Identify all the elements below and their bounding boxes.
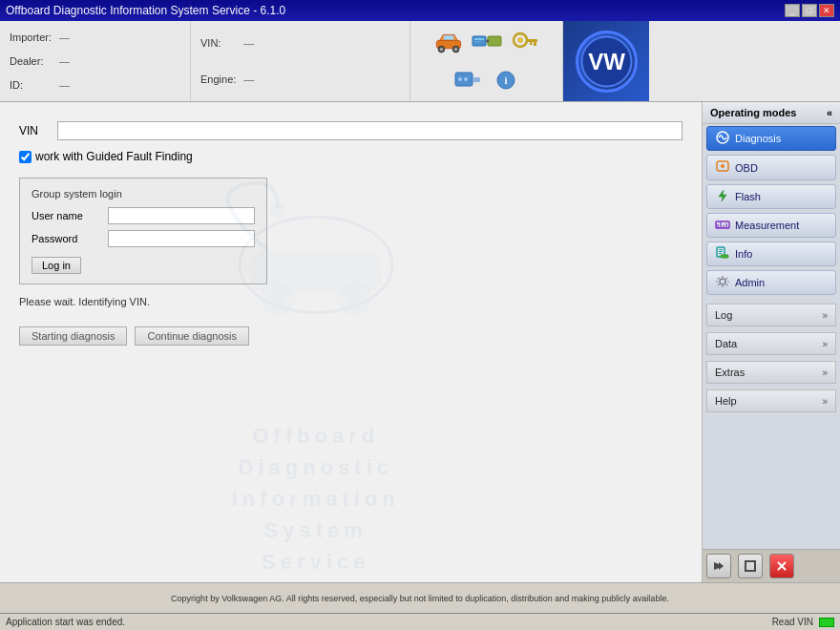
extras-section-label: Extras	[715, 367, 745, 378]
sidebar: Operating modes « Diagnosis	[702, 102, 840, 582]
vw-logo: VW	[576, 31, 638, 93]
username-label: User name	[32, 210, 108, 221]
sidebar-section-data[interactable]: Data »	[706, 332, 836, 355]
log-section-label: Log	[715, 309, 732, 321]
svg-rect-46	[746, 561, 755, 571]
vin-field-label: VIN	[19, 124, 57, 137]
svg-marker-45	[719, 562, 724, 570]
svg-rect-8	[488, 36, 501, 46]
svg-rect-39	[719, 249, 723, 250]
info-icon	[715, 246, 730, 262]
engine-value: —	[243, 74, 400, 85]
sidebar-item-info-label: Info	[735, 248, 752, 260]
copyright-text: Copyright by Volkswagen AG. All rights r…	[6, 594, 834, 603]
vin-header-label: VIN:	[200, 37, 236, 49]
square-action-button[interactable]	[738, 554, 763, 578]
header-icons-area: i	[410, 21, 563, 101]
importer-label: Importer:	[10, 32, 52, 43]
svg-point-3	[439, 48, 442, 51]
sidebar-spacer	[703, 415, 840, 549]
main-container: Importer: — Dealer: — ID: — VIN: — Engin…	[0, 21, 840, 630]
dealer-label: Dealer:	[10, 55, 52, 67]
info-circle-icon[interactable]: i	[491, 65, 521, 95]
svg-rect-15	[526, 39, 537, 42]
header-middle-fields: VIN: — Engine: —	[191, 21, 410, 101]
svg-rect-11	[474, 38, 484, 40]
svg-point-43	[720, 279, 725, 284]
obd-icon	[715, 159, 730, 176]
checkbox-row: work with Guided Fault Finding	[19, 150, 682, 163]
svg-rect-16	[534, 42, 536, 46]
operating-modes-label: Operating modes	[710, 107, 796, 118]
vin-input[interactable]	[57, 121, 682, 140]
sidebar-section-extras[interactable]: Extras »	[706, 361, 836, 384]
svg-rect-12	[474, 41, 481, 43]
id-value: —	[59, 79, 112, 91]
main-panel: Offboard Diagnostic Information System S…	[0, 102, 702, 582]
sidebar-collapse-icon[interactable]: «	[827, 107, 832, 118]
sidebar-item-info[interactable]: Info	[706, 242, 836, 266]
key-icon[interactable]	[510, 27, 540, 57]
header-icon-row-top	[433, 27, 540, 57]
sidebar-separator-1	[703, 297, 840, 301]
flash-icon	[715, 189, 730, 204]
username-input[interactable]	[108, 207, 255, 224]
forward-action-button[interactable]	[706, 554, 731, 578]
sidebar-item-measurement[interactable]: Measurement	[706, 213, 836, 238]
extras-chevron-icon: »	[822, 368, 828, 378]
dealer-value: —	[59, 55, 112, 67]
continue-diagnosis-button[interactable]: Continue diagnosis	[135, 326, 249, 346]
svg-rect-17	[530, 42, 533, 45]
watermark-line2: Diagnostic	[173, 452, 459, 483]
close-button[interactable]: ✕	[819, 4, 834, 17]
id-label: ID:	[10, 79, 52, 91]
sidebar-item-diagnosis[interactable]: Diagnosis	[706, 126, 836, 151]
status-right-area: Read VIN	[772, 617, 834, 627]
sidebar-item-obd[interactable]: OBD	[706, 155, 836, 180]
sidebar-section-log[interactable]: Log »	[706, 304, 836, 326]
sidebar-item-admin[interactable]: Admin	[706, 270, 836, 295]
username-row: User name	[32, 207, 255, 224]
svg-rect-27	[249, 250, 383, 293]
login-box: Group system login User name Password Lo…	[19, 178, 267, 284]
title-bar-controls: _ □ ✕	[785, 4, 834, 17]
starting-diagnosis-button[interactable]: Starting diagnosis	[19, 326, 127, 346]
operating-modes-header: Operating modes «	[703, 102, 840, 124]
sidebar-item-flash[interactable]: Flash	[706, 184, 836, 209]
importer-value: —	[59, 32, 112, 43]
data-chevron-icon: »	[822, 339, 828, 349]
car-icon[interactable]	[433, 27, 464, 57]
sidebar-item-diagnosis-label: Diagnosis	[735, 133, 781, 144]
sidebar-item-flash-label: Flash	[735, 191, 761, 202]
login-button[interactable]: Log in	[32, 257, 81, 274]
svg-rect-42	[721, 255, 728, 258]
sidebar-bottom-actions	[703, 549, 840, 582]
content-area: Offboard Diagnostic Information System S…	[0, 102, 840, 582]
measurement-icon	[715, 218, 730, 233]
svg-point-20	[458, 77, 462, 81]
svg-text:i: i	[504, 74, 507, 86]
title-bar: Offboard Diagnostic Information System S…	[0, 0, 840, 21]
minimize-button[interactable]: _	[785, 4, 800, 17]
status-indicator	[819, 618, 834, 627]
guided-fault-checkbox[interactable]	[19, 151, 32, 163]
help-chevron-icon: »	[822, 396, 828, 407]
svg-text:VW: VW	[588, 49, 625, 74]
watermark-line1: Offboard	[173, 420, 459, 452]
svg-marker-36	[719, 190, 726, 201]
svg-rect-40	[719, 251, 723, 252]
login-box-title: Group system login	[32, 188, 255, 200]
password-input[interactable]	[108, 230, 255, 247]
network-icon[interactable]	[472, 27, 502, 57]
svg-rect-6	[443, 35, 452, 39]
sidebar-item-admin-label: Admin	[735, 277, 765, 288]
svg-point-32	[270, 202, 285, 218]
maximize-button[interactable]: □	[802, 4, 817, 17]
bottom-buttons: Starting diagnosis Continue diagnosis	[19, 326, 682, 346]
svg-point-21	[464, 77, 468, 81]
status-bar: Application start was ended. Read VIN	[0, 613, 840, 630]
sidebar-section-help[interactable]: Help »	[706, 389, 836, 412]
vin-row: VIN	[19, 121, 682, 140]
close-action-button[interactable]	[769, 554, 794, 578]
connector-icon[interactable]	[452, 65, 483, 95]
